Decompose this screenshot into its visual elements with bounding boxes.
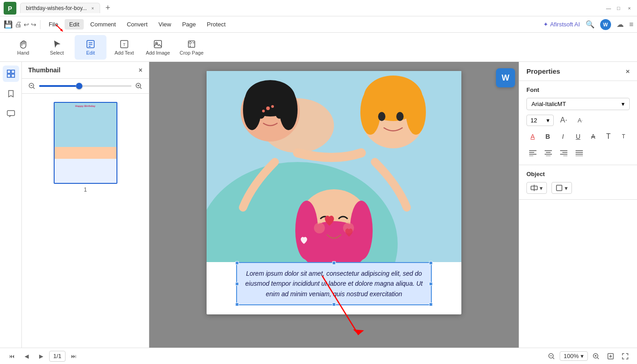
text-size-down-button[interactable]: T xyxy=(617,130,630,143)
selection-handle-ml[interactable] xyxy=(235,282,239,286)
zoom-controls: 100% ▾ xyxy=(545,350,632,363)
mini-page-content: Happy Birthday xyxy=(55,103,116,183)
page-indicator: 1/1 xyxy=(49,351,66,362)
align-left-button[interactable] xyxy=(526,147,539,159)
settings-icon[interactable]: ≡ xyxy=(629,20,633,29)
go-next-page-button[interactable]: ▶ xyxy=(35,350,47,363)
word-icon-overlay: W xyxy=(496,68,515,87)
toolbar-add-text-button[interactable]: T Add Text xyxy=(108,35,140,60)
menu-file[interactable]: File xyxy=(44,19,63,30)
hand-icon xyxy=(18,39,28,49)
toolbar-crop-page-button[interactable]: Crop Page xyxy=(176,35,207,60)
search-icon[interactable]: 🔍 xyxy=(586,20,595,29)
font-size-row: 12 ▾ A+ A- xyxy=(526,114,630,126)
sidebar-thumbnail-icon[interactable] xyxy=(3,66,19,82)
align-right-button[interactable] xyxy=(557,147,570,159)
toolbar-select-button[interactable]: Select xyxy=(41,35,73,60)
fullscreen-button[interactable] xyxy=(619,350,632,363)
zoom-out-icon[interactable] xyxy=(28,82,35,90)
go-prev-page-button[interactable]: ◀ xyxy=(20,350,33,363)
mini-title: Happy Birthday xyxy=(55,105,116,107)
zoom-value-display[interactable]: 100% ▾ xyxy=(560,351,588,361)
menu-convert[interactable]: Convert xyxy=(122,19,152,30)
zoom-chevron: ▾ xyxy=(581,353,584,359)
cloud-icon[interactable]: ☁ xyxy=(617,20,624,29)
properties-title: Properties xyxy=(526,67,560,75)
svg-line-20 xyxy=(33,87,35,89)
go-first-page-button[interactable]: ⏮ xyxy=(5,350,18,363)
add-text-icon: T xyxy=(119,39,129,49)
format-row-1: A B I U A T T xyxy=(526,130,630,143)
zoom-in-icon[interactable] xyxy=(135,82,142,90)
thumbnail-page-1[interactable]: Happy Birthday 1 xyxy=(27,99,143,196)
increase-font-size-button[interactable]: A+ xyxy=(557,114,570,126)
thumbnail-page-number: 1 xyxy=(84,187,87,193)
svg-text:T: T xyxy=(123,42,126,47)
strikethrough-button[interactable]: A xyxy=(587,130,599,143)
align-center-button[interactable] xyxy=(542,147,555,159)
font-section-title: Font xyxy=(526,86,630,93)
selection-handle-tl[interactable] xyxy=(235,261,239,265)
selection-handle-tr[interactable] xyxy=(429,261,433,265)
selected-text-box[interactable]: Lorem ipsum dolor sit amet, consectetur … xyxy=(236,262,432,305)
svg-point-43 xyxy=(378,112,385,121)
selection-handle-bm[interactable] xyxy=(332,303,336,306)
ai-button[interactable]: ✦ Afirstsoft AI xyxy=(543,21,580,28)
svg-rect-17 xyxy=(7,111,15,116)
lorem-ipsum-text: Lorem ipsum dolor sit amet, consectetur … xyxy=(245,270,423,298)
selection-handle-bl[interactable] xyxy=(235,303,239,306)
titlebar: P birthday-wishes-for-boy... × + — □ × xyxy=(0,0,637,16)
browser-tab[interactable]: birthday-wishes-for-boy... × xyxy=(20,3,100,13)
underline-a-button[interactable]: A xyxy=(526,130,539,143)
svg-marker-26 xyxy=(353,329,364,335)
font-selector-chevron: ▾ xyxy=(622,101,625,107)
menu-page[interactable]: Page xyxy=(177,19,200,30)
go-last-page-button[interactable]: ⏭ xyxy=(67,350,80,363)
thumbnail-title: Thumbnail xyxy=(28,66,61,74)
zoom-out-button[interactable] xyxy=(545,350,558,363)
thumbnail-close-button[interactable]: × xyxy=(139,66,142,74)
svg-line-72 xyxy=(553,358,554,359)
tab-close-button[interactable]: × xyxy=(91,6,94,11)
toolbar-add-image-button[interactable]: Add Image xyxy=(142,35,174,60)
zoom-in-button[interactable] xyxy=(590,350,602,363)
font-name-selector[interactable]: Arial-ItalicMT ▾ xyxy=(526,98,630,110)
font-size-input[interactable]: 12 ▾ xyxy=(526,115,554,126)
toolbar-hand-button[interactable]: Hand xyxy=(7,35,39,60)
menu-view[interactable]: View xyxy=(154,19,176,30)
main-area: Thumbnail × xyxy=(0,62,637,348)
print-icon[interactable]: 🖨 xyxy=(15,20,22,29)
thumbnail-header: Thumbnail × xyxy=(22,62,149,79)
bold-button[interactable]: B xyxy=(541,130,554,143)
menu-protect[interactable]: Protect xyxy=(202,19,230,30)
menu-comment[interactable]: Comment xyxy=(86,19,120,30)
menubar: 💾 🖨 ↩ ↪ File Edit Comment Convert View P… xyxy=(0,16,637,33)
properties-close-button[interactable]: × xyxy=(626,67,630,75)
svg-point-44 xyxy=(396,112,404,121)
selection-handle-br[interactable] xyxy=(429,303,433,306)
align-justify-button[interactable] xyxy=(573,147,586,159)
undo-button[interactable]: ↩ xyxy=(24,21,29,28)
object-distribute-button[interactable]: ▾ xyxy=(551,182,572,194)
selection-handle-mr[interactable] xyxy=(429,282,433,286)
fit-width-button[interactable] xyxy=(604,350,617,363)
thumbnail-zoom-slider[interactable] xyxy=(39,85,131,87)
save-icon[interactable]: 💾 xyxy=(4,20,13,29)
italic-button[interactable]: I xyxy=(557,130,569,143)
menu-edit[interactable]: Edit xyxy=(65,19,84,30)
window-close-button[interactable]: × xyxy=(628,5,633,11)
toolbar-edit-button[interactable]: Edit xyxy=(75,35,106,60)
canvas-area: Lorem ipsum dolor sit amet, consectetur … xyxy=(149,62,519,348)
text-size-up-button[interactable]: T xyxy=(602,130,614,143)
sidebar-bookmark-icon[interactable] xyxy=(3,86,19,102)
maximize-button[interactable]: □ xyxy=(617,5,622,11)
new-tab-button[interactable]: + xyxy=(106,3,111,13)
minimize-button[interactable]: — xyxy=(606,5,612,11)
sidebar-comment-icon[interactable] xyxy=(3,106,19,122)
underline-button[interactable]: U xyxy=(572,130,584,143)
object-align-button[interactable]: ▾ xyxy=(526,182,547,194)
redo-button[interactable]: ↪ xyxy=(31,21,36,28)
selection-handle-tm[interactable] xyxy=(332,261,336,265)
decrease-font-size-button[interactable]: A- xyxy=(574,114,586,126)
window-controls: — □ × xyxy=(606,5,633,11)
